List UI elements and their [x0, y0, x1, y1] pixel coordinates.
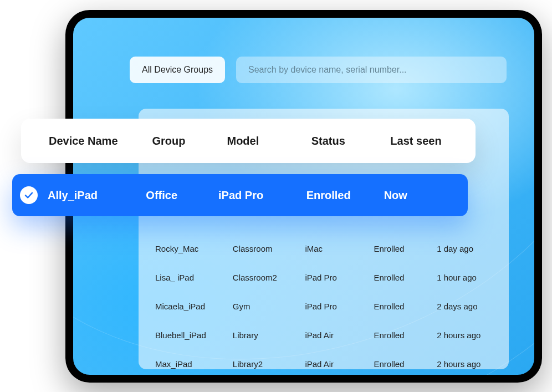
device-last: 2 hours ago [437, 359, 499, 369]
device-group: Library [233, 330, 305, 340]
device-row[interactable]: Max_iPadLibrary2iPad AirEnrolled2 hours … [155, 349, 499, 375]
device-status: Enrolled [374, 273, 437, 282]
device-model: iMac [305, 244, 374, 253]
device-model: iPad Air [305, 330, 374, 340]
column-header-status[interactable]: Status [311, 135, 391, 147]
device-row[interactable]: Lisa_ iPadClassroom2iPad ProEnrolled1 ho… [155, 263, 499, 292]
column-header-last-seen[interactable]: Last seen [390, 135, 459, 147]
device-group: Gym [233, 302, 305, 311]
device-name: Max_iPad [155, 359, 233, 369]
device-model: iPad Air [305, 359, 374, 369]
device-name: Lisa_ iPad [155, 273, 233, 282]
device-row[interactable]: Bluebell_iPadLibraryiPad AirEnrolled2 ho… [155, 320, 499, 349]
device-status: Enrolled [374, 359, 437, 369]
device-list-rows: Rocky_MacClassroomiMacEnrolled1 day agoL… [155, 234, 499, 375]
device-model: iPad Pro [305, 302, 374, 311]
device-last: 2 hours ago [437, 330, 499, 340]
device-groups-filter-button[interactable]: All Device Groups [130, 57, 225, 83]
checkmark-icon [20, 186, 38, 204]
device-name: Micaela_iPad [155, 302, 233, 311]
device-last: 1 day ago [437, 244, 499, 253]
selected-device-model: iPad Pro [218, 189, 306, 202]
device-name: Rocky_Mac [155, 244, 233, 253]
device-last: 1 hour ago [437, 273, 499, 282]
device-status: Enrolled [374, 302, 437, 311]
device-status: Enrolled [374, 330, 437, 340]
selected-device-status: Enrolled [306, 189, 384, 202]
table-header: Device Name Group Model Status Last seen [21, 119, 476, 163]
device-name: Bluebell_iPad [155, 330, 233, 340]
device-group: Library2 [233, 359, 305, 369]
device-status: Enrolled [374, 244, 437, 253]
selected-device-last: Now [384, 189, 451, 202]
column-header-group[interactable]: Group [152, 135, 227, 147]
selected-device-group: Office [146, 189, 218, 202]
device-row[interactable]: Micaela_iPadGymiPad ProEnrolled2 days ag… [155, 292, 499, 320]
device-last: 2 days ago [437, 302, 499, 311]
column-header-device-name[interactable]: Device Name [49, 135, 152, 147]
top-bar: All Device Groups [130, 57, 507, 83]
device-row[interactable]: Rocky_MacClassroomiMacEnrolled1 day ago [155, 234, 499, 263]
device-model: iPad Pro [305, 273, 374, 282]
device-group: Classroom2 [233, 273, 305, 282]
selected-device-name: Ally_iPad [48, 189, 146, 202]
device-row-selected[interactable]: Ally_iPad Office iPad Pro Enrolled Now [12, 174, 468, 216]
device-group: Classroom [233, 244, 305, 253]
column-header-model[interactable]: Model [227, 135, 311, 147]
search-input[interactable] [236, 57, 507, 83]
